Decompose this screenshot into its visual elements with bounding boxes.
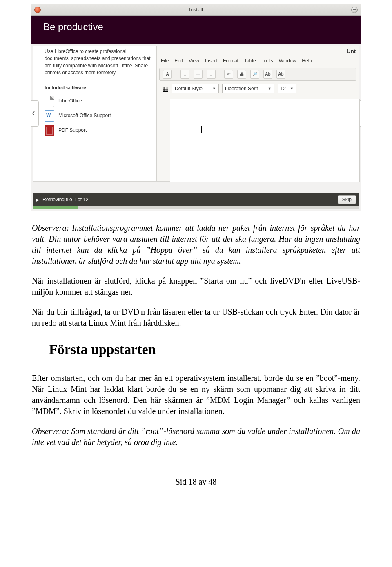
heading-forsta-uppstarten: Första uppstarten [49,340,360,359]
progress-text: Retrieving file 1 of 12 [42,197,89,202]
editor-formatbar[interactable]: ▦ Default Style▼ Liberation Serif▼ 12▼ [159,82,356,95]
software-label: PDF Support [58,127,87,134]
fontsize-combo[interactable]: 12▼ [278,84,296,93]
spellcheck-icon[interactable]: Ab [263,70,272,79]
disclosure-triangle-icon[interactable]: ▶ [36,198,39,202]
slideshow-body: ‹ › Use LibreOffice to create profession… [33,46,359,182]
skip-button[interactable]: Skip [338,195,356,204]
menu-edit[interactable]: Edit [174,58,183,64]
spellcheck-icon[interactable]: Ab [276,70,285,79]
software-label: LibreOffice [58,98,82,105]
slideshow-description: Use LibreOffice to create professional d… [45,48,151,77]
divider [45,81,151,81]
slideshow-left-panel: Use LibreOffice to create professional d… [45,48,151,138]
slideshow-prev-button[interactable]: ‹ [31,100,39,127]
menu-help[interactable]: Help [302,58,312,64]
editor-menubar[interactable]: File Edit View Insert Format Table Tools… [161,58,312,64]
style-combo[interactable]: Default Style▼ [172,84,219,93]
chevron-down-icon: ▼ [212,87,216,91]
libreoffice-icon [45,96,54,107]
install-progress: ▶ Retrieving file 1 of 12 Skip [33,193,359,209]
font-combo[interactable]: Liberation Serif▼ [222,84,274,93]
paragraph-observera-1: Observera: Installationsprogrammet komme… [32,222,360,267]
menu-tools[interactable]: Tools [262,58,273,64]
page-footer: Sid 18 av 48 [0,457,392,493]
minimize-icon[interactable]: – [351,7,358,13]
pdf-icon [45,125,54,136]
toolbar-button[interactable]: 🖶 [237,70,246,79]
installer-screenshot: Install – Be productive ‹ › Use LibreOff… [31,4,361,211]
document-body: Observera: Installationsprogrammet komme… [0,211,392,448]
included-software-heading: Included software [45,84,151,91]
menu-window[interactable]: Window [279,58,296,64]
paragraph-boot: Efter omstarten, och om du har mer än et… [32,373,360,417]
menu-format[interactable]: Format [223,58,238,64]
chevron-down-icon: ▼ [290,87,294,91]
document-title: Unt [347,48,356,54]
software-item-libreoffice: LibreOffice [45,94,151,109]
word-icon [45,110,54,122]
toolbar-button[interactable]: A [163,70,172,79]
software-item-msoffice: Microsoft Office Support [45,109,151,123]
toolbar-button[interactable]: ― [194,70,203,79]
toolbar-button[interactable]: □ [207,70,216,79]
slideshow-hero: Be productive [31,16,361,44]
paragraph-eject: När du blir tillfrågad, ta ur DVD'n från… [32,307,360,329]
chevron-down-icon: ▼ [268,87,272,91]
menu-insert[interactable]: Insert [205,58,217,64]
editor-toolbar[interactable]: A □ ― □ ↶ 🖶 🔎 Ab Ab [159,68,356,81]
toolbar-separator [220,70,220,78]
format-button[interactable]: ▦ [163,85,169,93]
toolbar-button[interactable]: ↶ [224,70,233,79]
paragraph-restart: När installationen är slutförd, klicka p… [32,276,360,298]
editor-preview: Unt File Edit View Insert Format Table T… [156,46,359,181]
progress-bar-track [33,206,359,209]
software-label: Microsoft Office Support [58,112,111,119]
progress-bar-fill [33,206,78,209]
text-cursor [201,126,202,133]
software-item-pdf: PDF Support [45,123,151,138]
window-title: Install [189,7,203,13]
window-titlebar: Install – [31,4,361,16]
menu-file[interactable]: File [161,58,169,64]
paragraph-observera-2: Observera: Som standard är ditt ”root”-l… [32,426,360,448]
toolbar-button[interactable]: □ [180,70,189,79]
document-page [170,99,360,182]
hero-text: Be productive [43,21,103,32]
toolbar-separator [176,70,176,78]
menu-view[interactable]: View [189,58,199,64]
menu-table[interactable]: Table [244,58,256,64]
toolbar-button[interactable]: 🔎 [250,70,259,79]
close-icon[interactable] [34,7,41,13]
